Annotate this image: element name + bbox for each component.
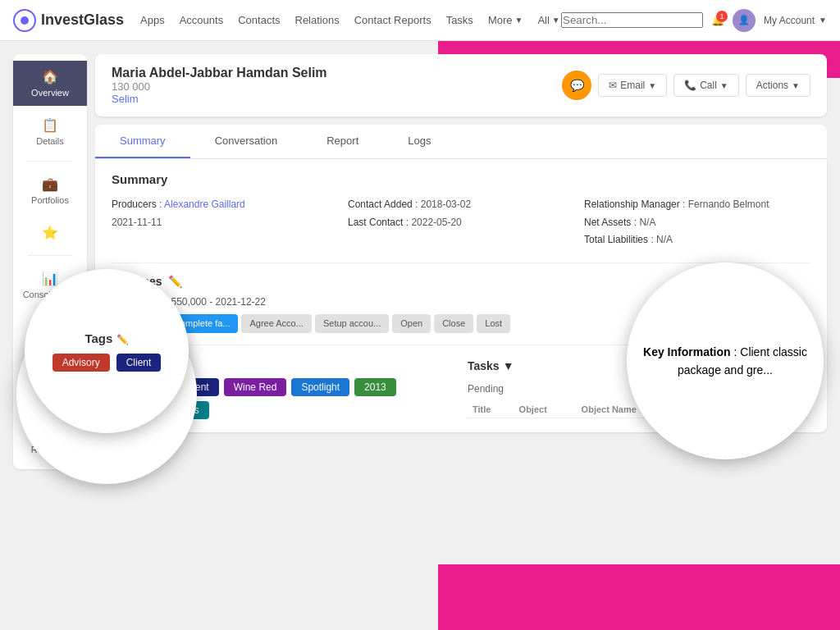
nav-contacts[interactable]: Contacts (238, 14, 280, 26)
chevron-down-icon: ▼ (552, 16, 560, 25)
summary-col-1: Producers : Alexandre Gaillard 2021-11-1… (112, 196, 338, 249)
chevron-down-icon: ▼ (648, 81, 656, 90)
details-icon: 📋 (42, 117, 58, 133)
nav-contact-reports[interactable]: Contact Reports (354, 14, 431, 26)
col-title: Title (468, 401, 514, 418)
tasks-title: Tasks ▼ (468, 359, 514, 372)
edit-icon[interactable]: ✏️ (168, 275, 182, 288)
nav-accounts[interactable]: Accounts (180, 14, 223, 26)
sidebar-item-star[interactable]: ⭐ (13, 217, 87, 249)
chevron-down-icon: ▼ (720, 81, 728, 90)
home-icon: 🏠 (42, 69, 58, 84)
search-input[interactable] (561, 12, 703, 28)
producers-link[interactable]: Alexandre Gaillard (164, 199, 245, 210)
tab-conversation[interactable]: Conversation (190, 125, 303, 158)
tag-2013[interactable]: 2013 (354, 378, 396, 396)
tag-wine-red[interactable]: Wine Red (224, 378, 287, 396)
email-icon: ✉ (609, 80, 617, 91)
nav-icons: 🔔 1 👤 My Account ▼ (561, 9, 827, 32)
tab-summary[interactable]: Summary (95, 125, 190, 158)
navbar: InvestGlass Apps Accounts Contacts Relat… (0, 0, 840, 41)
chevron-down-icon: ▼ (819, 16, 827, 25)
key-info-text: Key Information : Client classic package… (643, 343, 807, 380)
divider-1 (112, 262, 810, 263)
sidebar-item-portfolios[interactable]: 💼 Portfolios (13, 168, 87, 213)
nav-tasks[interactable]: Tasks (446, 14, 473, 26)
phone-icon: 📞 (684, 80, 696, 91)
contact-header: Maria Abdel-Jabbar Hamdan Selim 130 000 … (95, 54, 827, 116)
chevron-down-icon: ▼ (515, 16, 523, 25)
contact-info: Maria Abdel-Jabbar Hamdan Selim 130 000 … (112, 66, 327, 105)
contact-number: 130 000 (112, 80, 327, 93)
tab-report[interactable]: Report (302, 125, 383, 158)
chevron-down-icon: ▼ (792, 81, 800, 90)
summary-col-3: Relationship Manager : Fernando Belmont … (584, 196, 810, 249)
consolidation-icon: 📊 (42, 271, 58, 286)
nav-menu: Apps Accounts Contacts Relations Contact… (140, 14, 561, 26)
chevron-down-icon: ▼ (503, 359, 514, 372)
call-button[interactable]: 📞 Call ▼ (673, 74, 739, 97)
nav-apps[interactable]: Apps (140, 14, 165, 26)
edit-zoom-icon[interactable]: ✏️ (116, 334, 129, 345)
contact-name: Maria Abdel-Jabbar Hamdan Selim (112, 66, 327, 80)
nav-all[interactable]: All ▼ (537, 14, 559, 26)
stage-open[interactable]: Open (392, 314, 431, 333)
sidebar-item-overview[interactable]: 🏠 Overview (13, 61, 87, 106)
zoom-key-info: Key Information : Client classic package… (627, 262, 824, 459)
tag-spotlight[interactable]: Spotlight (291, 378, 349, 396)
contact-tag[interactable]: Selim (112, 93, 327, 105)
zoom-tag-advisory[interactable]: Advisory (52, 354, 110, 372)
tabs-bar: Summary Conversation Report Logs (95, 125, 827, 159)
chat-button[interactable]: 💬 (562, 71, 591, 100)
date-label: 2021-11-11 (112, 217, 162, 228)
brand-logo (13, 9, 36, 32)
summary-grid: Producers : Alexandre Gaillard 2021-11-1… (112, 196, 810, 249)
nav-relations[interactable]: Relations (295, 14, 340, 26)
sidebar-item-details[interactable]: 📋 Details (13, 109, 87, 154)
summary-col-2: Contact Added : 2018-03-02 Last Contact … (348, 196, 574, 249)
star-icon: ⭐ (42, 225, 58, 240)
email-button[interactable]: ✉ Email ▼ (598, 74, 667, 97)
stage-setup[interactable]: Setup accou... (315, 314, 389, 333)
brand: InvestGlass (13, 9, 124, 32)
contact-actions: 💬 ✉ Email ▼ 📞 Call ▼ Actions ▼ (562, 71, 810, 100)
portfolios-icon: 💼 (42, 176, 58, 192)
my-account-menu[interactable]: My Account ▼ (764, 15, 827, 26)
zoom-tags: Tags ✏️ Advisory Client (25, 269, 189, 433)
actions-button[interactable]: Actions ▼ (746, 74, 810, 97)
stage-lost[interactable]: Lost (477, 314, 510, 333)
stage-agree[interactable]: Agree Acco... (241, 314, 311, 333)
summary-title: Summary (112, 172, 810, 186)
col-object: Object (514, 401, 577, 418)
brand-name: InvestGlass (41, 11, 124, 29)
tags-zoom-title: Tags ✏️ (84, 331, 128, 345)
stage-close[interactable]: Close (434, 314, 473, 333)
avatar: 👤 (733, 9, 756, 32)
notification-icon[interactable]: 🔔 1 (711, 14, 724, 26)
nav-more[interactable]: More ▼ (488, 14, 523, 26)
notification-badge: 1 (716, 11, 728, 22)
zoom-tag-client[interactable]: Client (116, 354, 162, 372)
tab-logs[interactable]: Logs (383, 125, 455, 158)
